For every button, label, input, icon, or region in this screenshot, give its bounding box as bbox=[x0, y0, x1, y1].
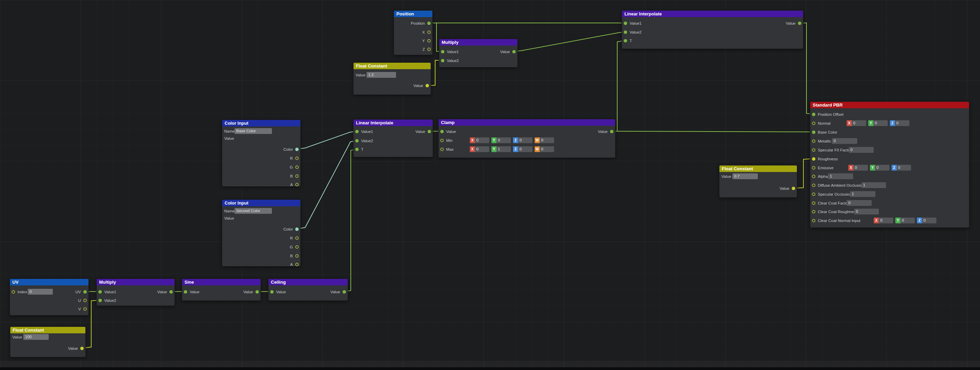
port-out-a[interactable] bbox=[295, 263, 299, 266]
port-out-x[interactable] bbox=[427, 30, 431, 34]
node-header[interactable]: Float Constant bbox=[719, 165, 797, 172]
port-in-roughness[interactable] bbox=[812, 157, 815, 161]
node-standard-pbr[interactable]: Standard PBRPosition OffsetNormalX0Y0Z0B… bbox=[810, 102, 969, 228]
field-alpha-input[interactable]: 1 bbox=[828, 173, 853, 179]
axis-value[interactable]: 0 bbox=[873, 120, 877, 126]
port-out-value[interactable] bbox=[80, 347, 84, 350]
port-out-value[interactable] bbox=[169, 290, 173, 294]
node-header[interactable]: Linear Interpolate bbox=[622, 11, 803, 17]
node-header[interactable]: Sine bbox=[182, 279, 261, 285]
node-linear-interpolate-top[interactable]: Linear InterpolateValue1Value2TValue bbox=[622, 10, 803, 49]
axis-value[interactable]: 0 bbox=[496, 137, 500, 143]
axis-value[interactable]: 0 bbox=[540, 146, 543, 152]
port-out-g[interactable] bbox=[295, 245, 299, 249]
field-emissive-x[interactable]: X0 bbox=[848, 165, 868, 171]
field-normal-x[interactable]: X0 bbox=[846, 120, 866, 126]
node-header[interactable]: Linear Interpolate bbox=[353, 119, 433, 126]
axis-value[interactable]: 0 bbox=[518, 137, 522, 143]
axis-value[interactable]: 0 bbox=[895, 120, 898, 126]
port-in-clear-coat-normal-input[interactable] bbox=[812, 219, 815, 222]
port-out-value[interactable] bbox=[426, 84, 429, 87]
axis-value[interactable]: 1 bbox=[496, 146, 500, 152]
node-header[interactable]: Standard PBR bbox=[810, 102, 969, 108]
node-color-input-base-color[interactable]: Color InputNameBase ColorValueColorRGBA bbox=[222, 119, 301, 187]
field-clear-coat-factor-input[interactable]: 0 bbox=[846, 200, 872, 206]
port-out-b[interactable] bbox=[295, 254, 299, 257]
axis-value[interactable]: 0 bbox=[852, 120, 855, 126]
node-float-constant-1[interactable]: Float ConstantValue1.2Value bbox=[353, 62, 431, 95]
axis-value[interactable]: 0 bbox=[879, 218, 882, 223]
port-out-u[interactable] bbox=[83, 299, 87, 302]
field-min-w[interactable]: W0 bbox=[535, 137, 554, 143]
field-clear-coat-normal-input-z[interactable]: Z0 bbox=[917, 218, 937, 223]
field-clear-coat-normal-input-y[interactable]: Y0 bbox=[895, 218, 915, 223]
port-in-clear-coat-roughness[interactable] bbox=[812, 210, 815, 213]
port-in-t[interactable] bbox=[624, 39, 627, 43]
port-in-emissive[interactable] bbox=[812, 166, 815, 170]
field-min-y[interactable]: Y0 bbox=[492, 137, 511, 143]
port-in-specular-occlusion[interactable] bbox=[812, 192, 815, 196]
axis-value[interactable]: 0 bbox=[518, 146, 522, 152]
node-color-input-second-color[interactable]: Color InputNameSecond ColorValueColorRGB… bbox=[222, 199, 301, 267]
field-specular-f0-factor-input[interactable]: 0 bbox=[849, 147, 874, 153]
node-header[interactable]: Multiply bbox=[97, 279, 175, 285]
port-in-min[interactable] bbox=[440, 139, 444, 142]
port-in-max[interactable] bbox=[440, 148, 444, 151]
field-clear-coat-roughness-input[interactable]: 0 bbox=[854, 209, 879, 214]
port-out-value[interactable] bbox=[428, 130, 431, 133]
port-out-value[interactable] bbox=[255, 290, 259, 294]
port-in-clear-coat-factor[interactable] bbox=[812, 202, 815, 205]
axis-value[interactable]: 0 bbox=[922, 218, 926, 223]
field-value-input[interactable]: 1.2 bbox=[367, 72, 396, 78]
node-header[interactable]: Clamp bbox=[439, 119, 615, 126]
port-in-t[interactable] bbox=[355, 148, 359, 151]
field-max-x[interactable]: X0 bbox=[470, 146, 489, 152]
field-diffuse-ambient-occlusion-input[interactable]: 1 bbox=[861, 182, 886, 188]
port-out-color[interactable] bbox=[295, 148, 299, 151]
node-float-constant-3[interactable]: Float ConstantValue100Value bbox=[10, 327, 86, 357]
port-out-a[interactable] bbox=[295, 183, 299, 186]
axis-value[interactable]: 0 bbox=[853, 165, 857, 171]
port-out-uv[interactable] bbox=[83, 290, 87, 294]
node-multiply-bottom[interactable]: MultiplyValue1Value2Value bbox=[96, 278, 175, 306]
port-out-r[interactable] bbox=[295, 157, 299, 160]
port-in-specular-f0-factor[interactable] bbox=[812, 148, 815, 152]
field-min-z[interactable]: Z0 bbox=[513, 137, 533, 143]
port-out-color[interactable] bbox=[295, 227, 299, 231]
node-multiply-top[interactable]: MultiplyValue1Value2Value bbox=[439, 39, 518, 67]
port-in-value2[interactable] bbox=[355, 139, 359, 143]
field-max-z[interactable]: Z0 bbox=[513, 146, 533, 152]
port-out-value[interactable] bbox=[610, 130, 613, 133]
axis-value[interactable]: 0 bbox=[875, 165, 878, 171]
port-in-value2[interactable] bbox=[441, 59, 444, 62]
port-out-z[interactable] bbox=[427, 48, 431, 51]
port-in-value2[interactable] bbox=[99, 299, 102, 302]
port-out-value[interactable] bbox=[792, 187, 795, 190]
axis-value[interactable]: 0 bbox=[897, 165, 900, 171]
port-out-value[interactable] bbox=[512, 50, 516, 54]
node-float-constant-2[interactable]: Float ConstantValue0.7Value bbox=[719, 165, 797, 198]
port-out-g[interactable] bbox=[295, 165, 299, 169]
node-header[interactable]: Position bbox=[394, 11, 433, 17]
port-out-value[interactable] bbox=[798, 22, 801, 25]
field-emissive-z[interactable]: Z0 bbox=[891, 165, 911, 171]
field-value-input[interactable]: 100 bbox=[23, 334, 49, 340]
field-normal-z[interactable]: Z0 bbox=[890, 120, 909, 126]
port-in-metallic[interactable] bbox=[812, 140, 815, 143]
field-emissive-y[interactable]: Y0 bbox=[870, 165, 889, 171]
port-out-r[interactable] bbox=[295, 237, 299, 240]
field-clear-coat-normal-input-x[interactable]: X0 bbox=[874, 218, 893, 223]
field-max-w[interactable]: W0 bbox=[535, 146, 554, 152]
field-metallic-input[interactable]: 0 bbox=[832, 138, 857, 144]
node-graph-canvas[interactable]: PositionPositionXYZMultiplyValue1Value2V… bbox=[0, 0, 980, 370]
port-in-base-color[interactable] bbox=[812, 130, 815, 134]
node-position[interactable]: PositionPositionXYZ bbox=[394, 10, 433, 55]
node-header[interactable]: Ceiling bbox=[269, 279, 348, 285]
node-header[interactable]: Color Input bbox=[222, 200, 301, 206]
field-name-input[interactable]: Base Color bbox=[235, 128, 272, 134]
port-in-position-offset[interactable] bbox=[812, 113, 815, 116]
port-in-normal[interactable] bbox=[812, 122, 815, 125]
axis-value[interactable]: 0 bbox=[540, 137, 543, 143]
node-uv[interactable]: UVIndex0UVUV bbox=[10, 278, 89, 316]
port-out-v[interactable] bbox=[83, 307, 87, 311]
